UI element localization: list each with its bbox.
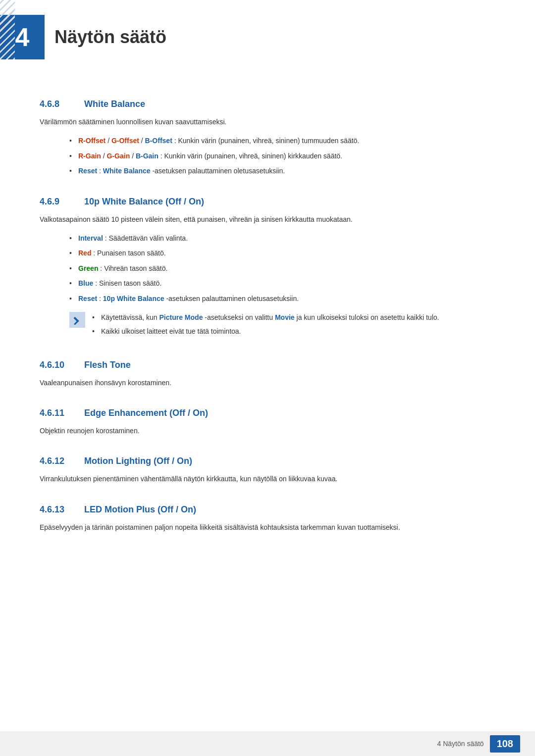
separator: / [141, 137, 145, 145]
bullet-text: -asetuksen palauttaminen oletusasetuksii… [152, 167, 285, 175]
term-red: Red [78, 249, 91, 257]
term-g-offset: G-Offset [111, 137, 139, 145]
bullet-text: -asetuksen palauttaminen oletusasetuksii… [166, 295, 299, 302]
term-reset: Reset [78, 167, 97, 175]
bullet-text: : [99, 295, 103, 302]
term-10p-white-balance: 10p White Balance [103, 295, 164, 302]
main-content: 4.6.8 White Balance Värilämmön säätämine… [0, 69, 535, 580]
list-item: Käytettävissä, kun Picture Mode -asetuks… [92, 312, 495, 323]
bullet-text: : Punaisen tason säätö. [93, 249, 165, 257]
list-item: Interval : Säädettävän välin valinta. [69, 233, 495, 244]
term-green: Green [78, 264, 98, 272]
bullet-text: : Kunkin värin (punainen, vihreä, sinine… [174, 137, 360, 145]
section-desc-4-6-11: Objektin reunojen korostaminen. [40, 425, 495, 436]
term-g-gain: G-Gain [107, 152, 130, 160]
term-reset-10p: Reset [78, 295, 97, 302]
section-heading-4-6-9: 4.6.9 10p White Balance (Off / On) [40, 197, 495, 207]
section-desc-4-6-13: Epäselvyyden ja tärinän poistaminen palj… [40, 522, 495, 533]
term-b-gain: B-Gain [136, 152, 159, 160]
separator: / [103, 152, 107, 160]
bullet-list-4-6-8: R-Offset / G-Offset / B-Offset : Kunkin … [69, 135, 495, 176]
bullet-list-4-6-9: Interval : Säädettävän välin valinta. Re… [69, 233, 495, 304]
section-title-4-6-13: LED Motion Plus (Off / On) [84, 504, 196, 515]
term-interval: Interval [78, 234, 103, 242]
list-item: Reset : White Balance -asetuksen palautt… [69, 165, 495, 176]
bullet-text: : [99, 167, 103, 175]
term-r-offset: R-Offset [78, 137, 106, 145]
section-number-4-6-11: 4.6.11 [40, 408, 69, 418]
section-heading-4-6-13: 4.6.13 LED Motion Plus (Off / On) [40, 504, 495, 515]
section-4-6-10: 4.6.10 Flesh Tone Vaaleanpunaisen ihonsä… [40, 360, 495, 388]
note-text: ja kun ulkoiseksi tuloksi on asetettu ka… [297, 313, 439, 321]
section-heading-4-6-10: 4.6.10 Flesh Tone [40, 360, 495, 370]
list-item: Green : Vihreän tason säätö. [69, 263, 495, 274]
note-icon [69, 312, 85, 328]
bullet-text: : Sinisen tason säätö. [95, 279, 161, 287]
term-blue: Blue [78, 279, 93, 287]
separator: / [107, 137, 111, 145]
section-heading-4-6-12: 4.6.12 Motion Lighting (Off / On) [40, 456, 495, 466]
note-text: Kaikki ulkoiset laitteet eivät tue tätä … [101, 327, 241, 335]
section-heading-4-6-8: 4.6.8 White Balance [40, 99, 495, 109]
list-item: Kaikki ulkoiset laitteet eivät tue tätä … [92, 326, 495, 337]
list-item: Reset : 10p White Balance -asetuksen pal… [69, 293, 495, 304]
section-4-6-13: 4.6.13 LED Motion Plus (Off / On) Epäsel… [40, 504, 495, 533]
section-4-6-12: 4.6.12 Motion Lighting (Off / On) Virran… [40, 456, 495, 484]
page-footer: 4 Näytön säätö 108 [0, 731, 535, 756]
list-item: Red : Punaisen tason säätö. [69, 248, 495, 258]
separator: / [132, 152, 136, 160]
header-stripe-decoration [0, 0, 15, 59]
bullet-text: : Vihreän tason säätö. [100, 264, 167, 272]
section-title-4-6-10: Flesh Tone [84, 360, 131, 370]
section-number-4-6-12: 4.6.12 [40, 456, 69, 466]
section-4-6-8: 4.6.8 White Balance Värilämmön säätämine… [40, 99, 495, 177]
list-item: R-Offset / G-Offset / B-Offset : Kunkin … [69, 135, 495, 146]
chapter-number: 4 [15, 24, 30, 50]
section-desc-4-6-9: Valkotasapainon säätö 10 pisteen välein … [40, 214, 495, 225]
note-box-4-6-9: Käytettävissä, kun Picture Mode -asetuks… [69, 312, 495, 340]
pencil-icon [72, 315, 82, 325]
section-4-6-11: 4.6.11 Edge Enhancement (Off / On) Objek… [40, 408, 495, 436]
list-item: R-Gain / G-Gain / B-Gain : Kunkin värin … [69, 151, 495, 161]
section-title-4-6-8: White Balance [84, 99, 145, 109]
note-text: Käytettävissä, kun [101, 313, 160, 321]
term-b-offset: B-Offset [145, 137, 172, 145]
term-white-balance: White Balance [103, 167, 151, 175]
section-heading-4-6-11: 4.6.11 Edge Enhancement (Off / On) [40, 408, 495, 418]
page-header: 4 Näytön säätö [0, 0, 535, 69]
section-title-4-6-11: Edge Enhancement (Off / On) [84, 408, 208, 418]
section-title-4-6-9: 10p White Balance (Off / On) [84, 197, 204, 207]
section-number-4-6-9: 4.6.9 [40, 197, 69, 207]
section-number-4-6-10: 4.6.10 [40, 360, 69, 370]
term-picture-mode: Picture Mode [160, 313, 203, 321]
section-number-4-6-13: 4.6.13 [40, 504, 69, 515]
term-movie: Movie [275, 313, 295, 321]
bullet-text: : Säädettävän välin valinta. [105, 234, 188, 242]
section-number-4-6-8: 4.6.8 [40, 99, 69, 109]
section-desc-4-6-8: Värilämmön säätäminen luonnollisen kuvan… [40, 116, 495, 127]
chapter-title: Näytön säätö [54, 27, 166, 48]
bullet-text: : Kunkin värin (punainen, vihreä, sinine… [160, 152, 342, 160]
section-desc-4-6-12: Virrankulutuksen pienentäminen vähentämä… [40, 473, 495, 484]
section-4-6-9: 4.6.9 10p White Balance (Off / On) Valko… [40, 197, 495, 340]
note-text: -asetukseksi on valittu [205, 313, 275, 321]
page-number-badge: 108 [490, 735, 520, 753]
note-content: Käytettävissä, kun Picture Mode -asetuks… [92, 312, 495, 340]
svg-rect-1 [73, 317, 79, 322]
note-list: Käytettävissä, kun Picture Mode -asetuks… [92, 312, 495, 337]
term-r-gain: R-Gain [78, 152, 101, 160]
section-title-4-6-12: Motion Lighting (Off / On) [84, 456, 192, 466]
section-desc-4-6-10: Vaaleanpunaisen ihonsävyn korostaminen. [40, 377, 495, 388]
list-item: Blue : Sinisen tason säätö. [69, 278, 495, 289]
footer-chapter-label: 4 Näytön säätö [437, 740, 483, 748]
